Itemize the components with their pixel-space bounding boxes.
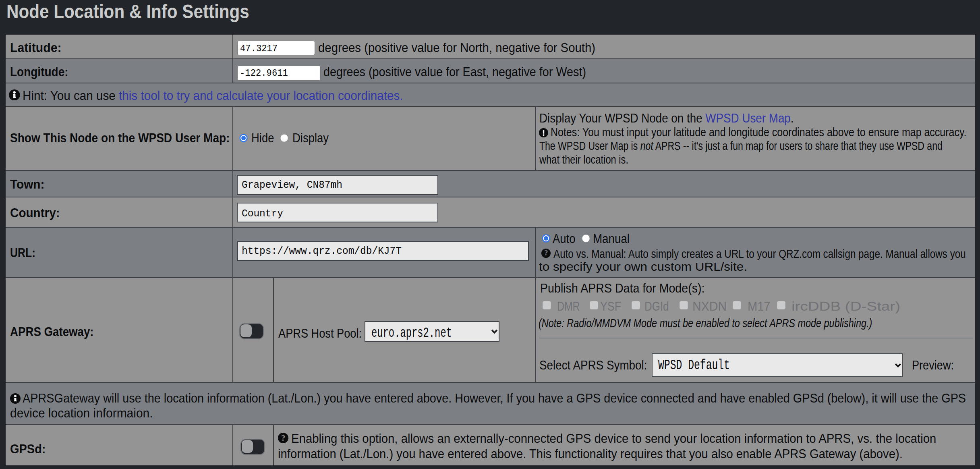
svg-text:?: ?	[281, 433, 285, 442]
svg-text:?: ?	[544, 249, 548, 257]
